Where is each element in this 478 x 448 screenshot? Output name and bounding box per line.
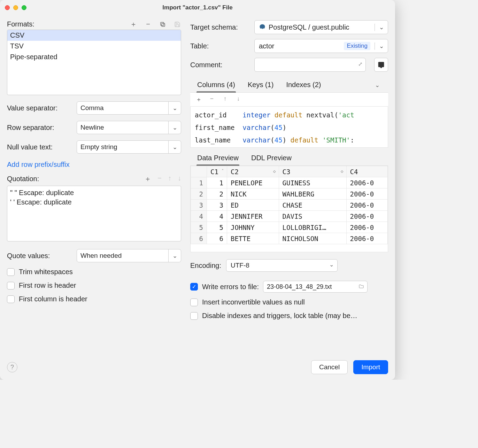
comment-button[interactable] (374, 58, 388, 72)
add-icon[interactable]: ＋ (195, 95, 202, 103)
remove-icon[interactable]: − (208, 95, 215, 103)
col-header[interactable]: C3◇ (279, 166, 346, 177)
checkbox-icon[interactable] (190, 312, 198, 320)
table-row[interactable]: 33EDCHASE2006-0 (191, 200, 388, 211)
data-preview-table: C1ˆ C2◇ C3◇ C4 11PENELOPEGUINESS2006-022… (190, 166, 388, 252)
value-separator-select[interactable]: Comma ⌄ (77, 101, 181, 115)
down-icon[interactable]: ↓ (235, 95, 242, 103)
dialog-window: Import "actor_1.csv" File Formats: ＋ − (0, 0, 395, 380)
import-button[interactable]: Import (353, 360, 388, 374)
null-value-row: Null value text: Empty string ⌄ (7, 140, 181, 154)
quote-values-select[interactable]: When needed ⌄ (77, 249, 181, 262)
row-separator-label: Row separator: (7, 124, 73, 132)
checkbox-icon[interactable] (190, 299, 198, 306)
encoding-select[interactable]: UTF-8 (226, 259, 338, 272)
format-item-pipe[interactable]: Pipe-separated (7, 52, 181, 62)
quotation-list[interactable]: " " Escape: duplicate ' ' Escape: duplic… (7, 186, 181, 241)
target-schema-row: Target schema: PostgreSQL / guest.public… (190, 20, 388, 34)
tab-columns[interactable]: Columns (4) (197, 78, 235, 92)
comment-input[interactable]: ⤢ (254, 58, 366, 72)
trim-whitespace-row[interactable]: Trim whitespaces (7, 268, 181, 276)
comment-label: Comment: (190, 61, 249, 69)
tab-data-preview[interactable]: Data Preview (197, 151, 239, 165)
disable-indexes-row[interactable]: Disable indexes and triggers, lock table… (190, 312, 388, 320)
format-item-csv[interactable]: CSV (7, 30, 181, 41)
quote-values-label: Quote values: (7, 252, 73, 260)
quotation-panel: Quotation: ＋ − ↑ ↓ " " Escape: duplicate… (7, 172, 181, 241)
target-schema-combo[interactable]: PostgreSQL / guest.public ⌄ (254, 20, 388, 34)
up-icon[interactable]: ↑ (168, 174, 171, 184)
encoding-row: Encoding: UTF-8 (190, 259, 388, 272)
cell: NICK (227, 188, 279, 200)
columns-definition[interactable]: actor_id integer default nextval('act fi… (190, 107, 388, 148)
formats-list[interactable]: CSV TSV Pipe-separated (7, 30, 181, 95)
comment-row: Comment: ⤢ (190, 58, 388, 72)
first-row-header-label: First row is header (19, 281, 76, 289)
col-header[interactable]: C4 (346, 166, 387, 177)
add-icon[interactable]: ＋ (144, 174, 151, 184)
col-header[interactable]: C1ˆ (207, 166, 227, 177)
remove-icon[interactable]: − (144, 21, 152, 28)
quote-rule[interactable]: ' ' Escape: duplicate (10, 198, 178, 207)
cell: JOHNNY (227, 222, 279, 233)
table-row[interactable]: 66BETTENICHOLSON2006-0 (191, 233, 388, 244)
target-schema-label: Target schema: (190, 23, 249, 31)
window-title: Import "actor_1.csv" File (0, 4, 395, 11)
cell: 3 (207, 200, 227, 211)
insert-null-row[interactable]: Insert inconvertible values as null (190, 298, 388, 306)
add-row-prefix-suffix-link[interactable]: Add row prefix/suffix (7, 161, 181, 169)
save-icon[interactable] (174, 21, 181, 28)
first-row-header-row[interactable]: First row is header (7, 281, 181, 289)
chevron-down-icon: ⌄ (168, 249, 181, 262)
insert-null-label: Insert inconvertible values as null (202, 298, 305, 306)
row-separator-select[interactable]: Newline ⌄ (77, 121, 181, 134)
null-value-select[interactable]: Empty string ⌄ (77, 140, 181, 154)
first-col-header-label: First column is header (19, 295, 87, 303)
checkbox-icon[interactable] (7, 268, 15, 276)
table-row[interactable]: 22NICKWAHLBERG2006-0 (191, 188, 388, 200)
write-errors-label: Write errors to file: (202, 283, 259, 291)
tab-indexes[interactable]: Indexes (2) (286, 78, 321, 92)
down-icon[interactable]: ↓ (178, 174, 181, 184)
help-button[interactable]: ? (7, 362, 17, 372)
rownum-cell: 6 (191, 233, 207, 244)
table-row[interactable]: 44JENNIFERDAVIS2006-0 (191, 211, 388, 222)
folder-icon[interactable] (358, 284, 364, 289)
cancel-button[interactable]: Cancel (311, 360, 348, 374)
checkbox-icon[interactable] (7, 295, 15, 303)
columns-toolbar: ＋ − ↑ ↓ (190, 93, 388, 107)
cell: LOLLOBRIGI… (279, 222, 346, 233)
cell: GUINESS (279, 177, 346, 188)
tab-ddl-preview[interactable]: DDL Preview (251, 151, 292, 165)
quotation-label: Quotation: (7, 175, 39, 183)
tab-keys[interactable]: Keys (1) (248, 78, 273, 92)
checkbox-icon[interactable] (7, 282, 15, 289)
write-errors-row[interactable]: ✓ Write errors to file: 23-08-04_13_48_2… (190, 281, 388, 293)
add-icon[interactable]: ＋ (130, 21, 137, 28)
chevron-down-icon[interactable]: ⌄ (375, 82, 381, 89)
first-col-header-row[interactable]: First column is header (7, 295, 181, 303)
format-item-tsv[interactable]: TSV (7, 41, 181, 52)
rownum-header (191, 166, 207, 177)
dialog-footer: ? Cancel Import (0, 357, 395, 380)
col-header[interactable]: C2◇ (227, 166, 279, 177)
up-icon[interactable]: ↑ (222, 95, 229, 103)
rownum-cell: 1 (191, 177, 207, 188)
postgres-icon (259, 24, 266, 31)
remove-icon[interactable]: − (157, 174, 162, 184)
table-row[interactable]: 11PENELOPEGUINESS2006-0 (191, 177, 388, 188)
table-combo[interactable]: actor Existing ⌄ (254, 39, 388, 53)
formats-header: Formats: ＋ − (7, 20, 181, 28)
expand-icon[interactable]: ⤢ (358, 61, 363, 67)
checkbox-icon[interactable]: ✓ (190, 283, 198, 291)
quote-rule[interactable]: " " Escape: duplicate (10, 188, 178, 198)
encoding-label: Encoding: (190, 262, 221, 270)
table-row[interactable]: 55JOHNNYLOLLOBRIGI…2006-0 (191, 222, 388, 233)
rownum-cell: 2 (191, 188, 207, 200)
left-panel: Formats: ＋ − CSV TSV Pipe-separated (7, 20, 181, 353)
cell: JENNIFER (227, 211, 279, 222)
error-file-input[interactable]: 23-08-04_13_48_29.txt (263, 281, 368, 293)
table-row: Table: actor Existing ⌄ (190, 39, 388, 53)
quotation-toolbar: ＋ − ↑ ↓ (144, 174, 181, 184)
copy-icon[interactable] (159, 21, 167, 28)
